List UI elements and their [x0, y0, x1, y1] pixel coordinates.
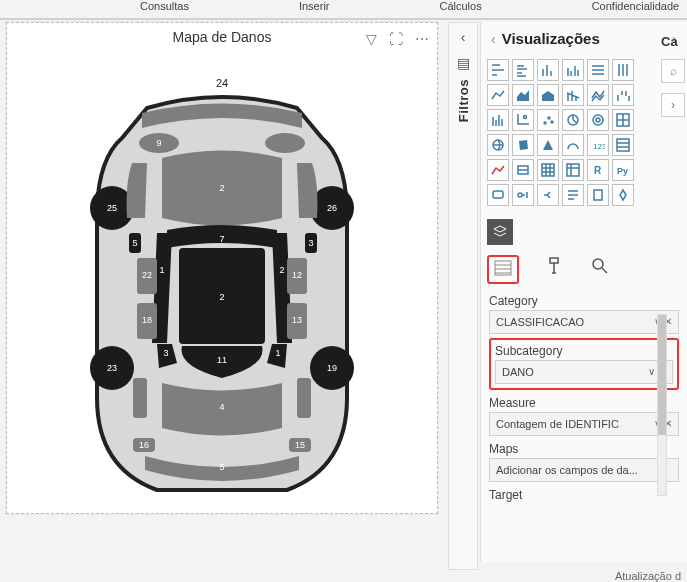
car-damage-map[interactable]: .pd{fill:#7e7e7e}.pk{fill:#1b1b1b}.lt{fi… — [87, 88, 357, 508]
viz-area-icon[interactable] — [512, 84, 534, 106]
svg-text:1: 1 — [275, 348, 280, 358]
svg-point-43 — [551, 121, 553, 123]
svg-text:1: 1 — [159, 265, 164, 275]
viz-decomp-icon[interactable] — [537, 184, 559, 206]
svg-text:5: 5 — [132, 238, 137, 248]
svg-point-46 — [596, 118, 600, 122]
ribbon-tab[interactable]: Consultas — [140, 0, 189, 18]
ribbon-tab[interactable]: Inserir — [299, 0, 330, 18]
svg-rect-60 — [550, 258, 558, 263]
svg-point-42 — [548, 117, 550, 119]
viz-filled-map-icon[interactable] — [512, 134, 534, 156]
viz-multicard-icon[interactable] — [612, 134, 634, 156]
svg-rect-33 — [133, 378, 147, 418]
viz-waterfall-icon[interactable] — [612, 84, 634, 106]
more-options-icon[interactable]: ⋯ — [415, 31, 429, 47]
viz-r-icon[interactable]: R — [587, 159, 609, 181]
well-value: CLASSIFICACAO — [496, 311, 584, 333]
svg-text:R: R — [594, 165, 602, 176]
bookmark-icon[interactable]: ▤ — [457, 55, 470, 71]
format-tabs — [481, 245, 687, 286]
svg-text:15: 15 — [295, 440, 305, 450]
svg-text:26: 26 — [327, 203, 337, 213]
viz-pie-icon[interactable] — [562, 109, 584, 131]
viz-azure-map-icon[interactable] — [537, 134, 559, 156]
ribbon-tab[interactable]: Cálculos — [439, 0, 481, 18]
report-canvas[interactable]: Mapa de Danos ▽ ⛶ ⋯ 24 .pd{fill:#7e7e7e}… — [6, 22, 438, 514]
format-tab-icon[interactable] — [543, 255, 565, 277]
viz-python-icon[interactable]: Py — [612, 159, 634, 181]
focus-mode-icon[interactable]: ⛶ — [389, 31, 403, 47]
category-label: Category — [489, 294, 679, 308]
ribbon-tabs: Consultas Inserir Cálculos Confidenciali… — [0, 0, 687, 20]
viz-qa-icon[interactable] — [487, 184, 509, 206]
well-value: Contagem de IDENTIFIC — [496, 413, 619, 435]
svg-text:123: 123 — [593, 142, 605, 151]
scrollbar-thumb[interactable] — [658, 315, 666, 435]
viz-ribbon-icon[interactable] — [587, 84, 609, 106]
ribbon-tab[interactable]: Confidencialidade — [592, 0, 679, 18]
layers-button[interactable] — [487, 219, 513, 245]
svg-text:25: 25 — [107, 203, 117, 213]
subcategory-highlight: Subcategory DANO∨ ✕ — [489, 338, 679, 390]
collapse-icon[interactable]: ‹ — [491, 31, 496, 47]
viz-stacked-area-icon[interactable] — [537, 84, 559, 106]
scrollbar[interactable] — [657, 314, 667, 496]
viz-stacked-bar-icon[interactable] — [487, 59, 509, 81]
svg-text:22: 22 — [142, 270, 152, 280]
svg-text:2: 2 — [219, 292, 224, 302]
svg-text:7: 7 — [219, 234, 224, 244]
svg-text:18: 18 — [142, 315, 152, 325]
viz-card-icon[interactable]: 123 — [587, 134, 609, 156]
category-well[interactable]: CLASSIFICACAO∨ ✕ — [489, 310, 679, 334]
visualizations-pane: ‹ Visualizações › Ca ⌕ › 123 R Py — [480, 22, 687, 562]
measure-well[interactable]: Contagem de IDENTIFIC∨ ✕ — [489, 412, 679, 436]
svg-point-61 — [593, 259, 603, 269]
svg-text:2: 2 — [279, 265, 284, 275]
viz-gauge-icon[interactable] — [562, 134, 584, 156]
statusbar-text: Atualização d — [615, 570, 681, 582]
viz-custom-icon[interactable] — [612, 184, 634, 206]
well-value: DANO — [502, 361, 534, 383]
fields-pane-label: Ca — [661, 34, 687, 49]
search-icon[interactable]: ⌕ — [661, 59, 685, 83]
collapse-icon[interactable]: ‹ — [461, 29, 466, 45]
viz-matrix-icon[interactable] — [562, 159, 584, 181]
maps-label: Maps — [489, 442, 679, 456]
svg-text:Py: Py — [617, 166, 628, 176]
viz-scatter-icon[interactable] — [512, 109, 534, 131]
svg-rect-52 — [542, 164, 554, 176]
viz-line-col-icon[interactable] — [562, 84, 584, 106]
viz-line-icon[interactable] — [487, 84, 509, 106]
viz-bubble-icon[interactable] — [537, 109, 559, 131]
viz-paginated-icon[interactable] — [587, 184, 609, 206]
viz-clustered-col-icon[interactable] — [562, 59, 584, 81]
subcategory-well[interactable]: DANO∨ ✕ — [495, 360, 673, 384]
viz-slicer-icon[interactable] — [512, 159, 534, 181]
viz-stacked-col-icon[interactable] — [537, 59, 559, 81]
analytics-tab-icon[interactable] — [589, 255, 611, 277]
svg-text:11: 11 — [217, 355, 227, 365]
viz-treemap-icon[interactable] — [612, 109, 634, 131]
viz-clustered-bar-icon[interactable] — [512, 59, 534, 81]
viz-key-influencers-icon[interactable] — [512, 184, 534, 206]
svg-rect-53 — [567, 164, 579, 176]
viz-table-icon[interactable] — [537, 159, 559, 181]
pane-title: Visualizações — [502, 30, 667, 47]
viz-100-bar-icon[interactable] — [587, 59, 609, 81]
viz-narrative-icon[interactable] — [562, 184, 584, 206]
viz-funnel-icon[interactable] — [487, 109, 509, 131]
svg-text:3: 3 — [308, 238, 313, 248]
viz-donut-icon[interactable] — [587, 109, 609, 131]
viz-kpi-icon[interactable] — [487, 159, 509, 181]
svg-text:3: 3 — [163, 348, 168, 358]
filters-label[interactable]: Filtros — [456, 79, 471, 122]
svg-text:9: 9 — [156, 138, 161, 148]
expand-icon[interactable]: › — [661, 93, 685, 117]
viz-map-icon[interactable] — [487, 134, 509, 156]
filter-icon[interactable]: ▽ — [366, 31, 377, 47]
viz-100-col-icon[interactable] — [612, 59, 634, 81]
fields-tab[interactable] — [487, 255, 519, 284]
maps-well[interactable]: Adicionar os campos de da... — [489, 458, 679, 482]
svg-text:2: 2 — [219, 183, 224, 193]
